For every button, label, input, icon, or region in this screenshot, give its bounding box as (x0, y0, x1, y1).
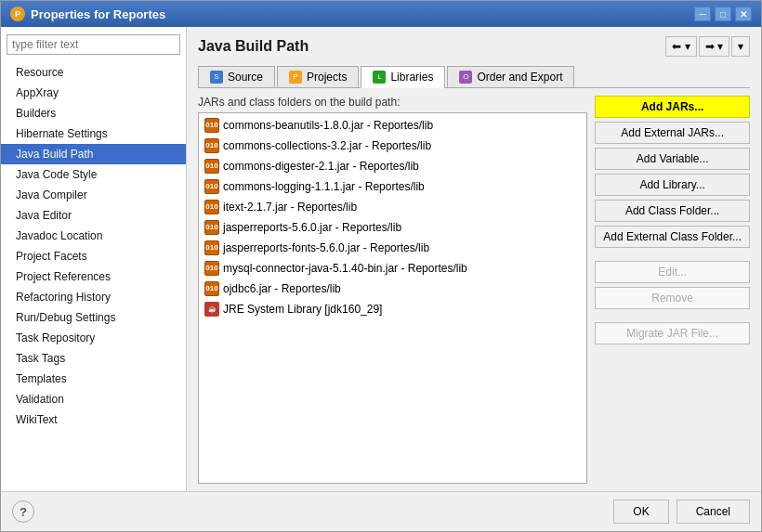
jar-icon: 010 (204, 200, 219, 214)
list-item-label: mysql-connector-java-5.1.40-bin.jar - Re… (223, 260, 467, 277)
separator-2 (595, 313, 750, 318)
list-item[interactable]: 010 ojdbc6.jar - Reportes/lib (201, 279, 585, 299)
add-library-button[interactable]: Add Library... (595, 174, 750, 196)
titlebar: P Properties for Reportes ─ □ ✕ (1, 1, 761, 27)
footer-buttons: OK Cancel (613, 500, 750, 524)
panel-title: Java Build Path (198, 38, 309, 55)
sidebar-item-task-tags[interactable]: Task Tags (1, 348, 186, 369)
add-external-jars-button[interactable]: Add External JARs... (595, 122, 750, 144)
sidebar-item-task-repository[interactable]: Task Repository (1, 328, 186, 348)
main-header: Java Build Path ⬅ ▾ ➡ ▾ ▾ (198, 36, 750, 57)
separator-1 (595, 252, 750, 257)
order-tab-icon: O (459, 71, 472, 84)
tab-order-export[interactable]: O Order and Export (447, 66, 574, 87)
content-area: Resource AppXray Builders Hibernate Sett… (1, 27, 761, 491)
sidebar-item-java-build-path[interactable]: Java Build Path (1, 144, 186, 164)
tab-libraries-label: Libraries (390, 71, 433, 84)
list-item-jre[interactable]: ☕ JRE System Library [jdk160_29] (201, 299, 585, 319)
jar-icon: 010 (204, 159, 219, 174)
minimize-button[interactable]: ─ (694, 6, 711, 21)
list-item[interactable]: 010 mysql-connector-java-5.1.40-bin.jar … (201, 258, 585, 279)
menu-button[interactable]: ▾ (731, 36, 750, 57)
list-item-label: jasperreports-fonts-5.6.0.jar - Reportes… (223, 240, 429, 256)
jar-icon: 010 (204, 281, 219, 296)
jar-icon: 010 (204, 118, 219, 133)
dialog-title: Properties for Reportes (31, 7, 165, 21)
titlebar-controls[interactable]: ─ □ ✕ (694, 6, 752, 21)
add-jars-button[interactable]: Add JARs... (595, 96, 750, 118)
list-item[interactable]: 010 commons-digester-2.1.jar - Reportes/… (201, 156, 585, 176)
action-buttons-panel: Add JARs... Add External JARs... Add Var… (595, 96, 750, 484)
sidebar: Resource AppXray Builders Hibernate Sett… (1, 27, 187, 491)
jar-icon: 010 (204, 179, 219, 194)
sidebar-item-resource[interactable]: Resource (1, 62, 186, 83)
add-class-folder-button[interactable]: Add Class Folder... (595, 200, 750, 222)
jar-icon: 010 (204, 261, 219, 276)
list-item[interactable]: 010 itext-2.1.7.jar - Reportes/lib (201, 197, 585, 217)
jar-icon: 010 (204, 220, 219, 235)
sidebar-item-templates[interactable]: Templates (1, 369, 186, 389)
list-item[interactable]: 010 jasperreports-fonts-5.6.0.jar - Repo… (201, 238, 585, 258)
dialog-icon: P (10, 6, 25, 21)
tab-source[interactable]: S Source (198, 66, 275, 87)
add-external-class-folder-button[interactable]: Add External Class Folder... (595, 226, 750, 248)
tab-source-label: Source (228, 71, 263, 84)
list-description: JARs and class folders on the build path… (198, 96, 587, 109)
list-wrapper: JARs and class folders on the build path… (198, 96, 587, 484)
panel-content: JARs and class folders on the build path… (198, 96, 750, 484)
help-button[interactable]: ? (12, 500, 34, 523)
sidebar-item-project-references[interactable]: Project References (1, 266, 186, 287)
list-item-label: ojdbc6.jar - Reportes/lib (223, 280, 341, 297)
libraries-list[interactable]: 010 commons-beanutils-1.8.0.jar - Report… (198, 112, 587, 484)
titlebar-left: P Properties for Reportes (10, 6, 165, 21)
forward-button[interactable]: ➡ ▾ (699, 36, 729, 57)
sidebar-item-java-compiler[interactable]: Java Compiler (1, 185, 186, 205)
list-item-label: jasperreports-5.6.0.jar - Reportes/lib (223, 219, 401, 236)
filter-input[interactable] (7, 34, 180, 55)
list-item-label: commons-digester-2.1.jar - Reportes/lib (223, 158, 419, 175)
list-item-label: commons-beanutils-1.8.0.jar - Reportes/l… (223, 117, 433, 134)
jar-icon: 010 (204, 240, 219, 255)
footer: ? OK Cancel (1, 491, 761, 531)
sidebar-item-run-debug-settings[interactable]: Run/Debug Settings (1, 307, 186, 328)
list-item-label: commons-logging-1.1.1.jar - Reportes/lib (223, 178, 425, 195)
list-item[interactable]: 010 commons-collections-3.2.jar - Report… (201, 136, 585, 156)
libraries-tab-icon: L (373, 71, 386, 84)
ok-button[interactable]: OK (613, 500, 668, 524)
migrate-jar-button[interactable]: Migrate JAR File... (595, 322, 750, 344)
maximize-button[interactable]: □ (715, 6, 731, 21)
list-item-jre-label: JRE System Library [jdk160_29] (223, 301, 382, 318)
tab-projects[interactable]: P Projects (277, 66, 359, 87)
list-item[interactable]: 010 commons-beanutils-1.8.0.jar - Report… (201, 115, 585, 136)
sidebar-item-javadoc-location[interactable]: Javadoc Location (1, 226, 186, 246)
sidebar-item-builders[interactable]: Builders (1, 103, 186, 123)
tab-projects-label: Projects (307, 71, 347, 84)
edit-button[interactable]: Edit... (595, 261, 750, 283)
add-variable-button[interactable]: Add Variable... (595, 148, 750, 170)
list-item-label: itext-2.1.7.jar - Reportes/lib (223, 199, 357, 215)
nav-buttons: ⬅ ▾ ➡ ▾ ▾ (665, 36, 750, 57)
remove-button[interactable]: Remove (595, 287, 750, 309)
sidebar-item-java-code-style[interactable]: Java Code Style (1, 164, 186, 185)
close-button[interactable]: ✕ (735, 6, 752, 21)
jar-icon: 010 (204, 138, 219, 153)
projects-tab-icon: P (289, 71, 302, 84)
sidebar-item-validation[interactable]: Validation (1, 389, 186, 409)
sidebar-item-appxray[interactable]: AppXray (1, 83, 186, 103)
tab-bar: S Source P Projects L Libraries O Order … (198, 66, 750, 88)
sidebar-item-wikitext[interactable]: WikiText (1, 409, 186, 430)
tab-order-label: Order and Export (477, 71, 562, 84)
sidebar-item-project-facets[interactable]: Project Facets (1, 246, 186, 266)
cancel-button[interactable]: Cancel (677, 500, 750, 524)
source-tab-icon: S (210, 71, 223, 84)
list-item[interactable]: 010 commons-logging-1.1.1.jar - Reportes… (201, 176, 585, 197)
back-button[interactable]: ⬅ ▾ (665, 36, 696, 57)
list-item[interactable]: 010 jasperreports-5.6.0.jar - Reportes/l… (201, 217, 585, 238)
tab-libraries[interactable]: L Libraries (361, 66, 445, 88)
sidebar-item-refactoring-history[interactable]: Refactoring History (1, 287, 186, 307)
list-item-label: commons-collections-3.2.jar - Reportes/l… (223, 137, 431, 154)
sidebar-item-java-editor[interactable]: Java Editor (1, 205, 186, 226)
sidebar-item-hibernate-settings[interactable]: Hibernate Settings (1, 123, 186, 144)
properties-dialog: P Properties for Reportes ─ □ ✕ Resource… (0, 0, 762, 532)
jre-icon: ☕ (204, 302, 219, 317)
